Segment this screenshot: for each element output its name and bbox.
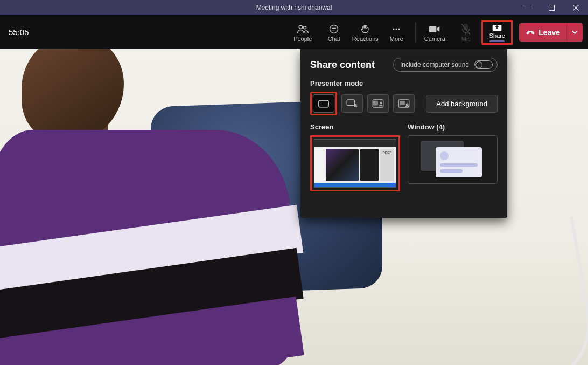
standout-icon	[346, 99, 358, 108]
svg-point-3	[304, 26, 306, 29]
presenter-mode-standout[interactable]	[341, 94, 363, 113]
minimize-button[interactable]	[515, 0, 540, 15]
reactions-button[interactable]: Reactions	[349, 18, 381, 47]
participant-video	[0, 49, 275, 365]
share-button[interactable]: Share	[483, 23, 511, 42]
share-active-indicator	[489, 40, 505, 42]
presenter-mode-label: Presenter mode	[310, 79, 498, 87]
share-content-panel: Share content Include computer sound Pre…	[300, 49, 507, 218]
chevron-down-icon	[572, 30, 578, 35]
maximize-icon	[549, 5, 555, 11]
share-screen-option[interactable]: PREP	[314, 139, 396, 188]
share-window-option[interactable]	[408, 135, 498, 184]
presenter-mode-reporter[interactable]	[393, 94, 415, 113]
chat-icon	[328, 23, 339, 36]
window-controls	[515, 0, 588, 15]
window-titlebar: Meeting with rishi dhariwal	[0, 0, 588, 15]
more-icon	[391, 23, 402, 36]
reporter-icon	[398, 99, 410, 108]
window-section-label: Window (4)	[408, 123, 498, 131]
svg-point-5	[393, 28, 395, 30]
mic-button[interactable]: Mic	[450, 18, 481, 47]
include-sound-toggle[interactable]: Include computer sound	[393, 58, 498, 72]
share-button-highlight: Share	[481, 20, 513, 45]
close-button[interactable]	[564, 0, 588, 15]
minimize-icon	[524, 5, 530, 11]
toolbar-divider	[415, 23, 416, 42]
svg-point-7	[398, 28, 400, 30]
leave-button[interactable]: Leave	[519, 23, 566, 42]
svg-rect-12	[347, 100, 354, 106]
presenter-mode-side-by-side[interactable]	[367, 94, 389, 113]
share-panel-title: Share content	[310, 59, 375, 71]
svg-point-16	[380, 102, 382, 104]
people-icon	[297, 23, 309, 36]
screen-thumb-highlight: PREP	[310, 135, 400, 191]
more-button[interactable]: More	[381, 18, 412, 47]
close-icon	[573, 5, 579, 11]
svg-point-6	[396, 28, 397, 30]
svg-rect-18	[400, 101, 405, 105]
toggle-switch-icon	[474, 60, 493, 69]
leave-group: Leave	[519, 23, 583, 42]
svg-rect-1	[549, 5, 555, 10]
screen-section-label: Screen	[310, 123, 400, 131]
camera-icon	[429, 23, 440, 36]
presenter-mode-1-highlight	[310, 92, 337, 115]
add-background-button[interactable]: Add background	[426, 95, 498, 113]
maximize-button[interactable]	[540, 0, 564, 15]
presenter-mode-row: Add background	[310, 92, 498, 115]
svg-rect-0	[524, 8, 530, 8]
svg-rect-14	[373, 101, 378, 106]
chat-button[interactable]: Chat	[318, 18, 349, 47]
svg-point-4	[330, 25, 338, 33]
presenter-mode-content-only[interactable]	[313, 94, 334, 113]
meeting-toolbar: 55:05 People Chat Reactions More Camera	[0, 15, 588, 49]
hangup-icon	[526, 29, 535, 36]
meeting-timer: 55:05	[9, 27, 29, 37]
share-icon	[492, 23, 502, 32]
side-by-side-icon	[372, 99, 384, 108]
people-button[interactable]: People	[287, 18, 318, 47]
mic-off-icon	[461, 23, 471, 36]
svg-rect-11	[319, 100, 328, 107]
window-illustration-icon	[421, 141, 485, 178]
svg-point-2	[299, 25, 302, 29]
reactions-icon	[360, 23, 370, 36]
camera-button[interactable]: Camera	[419, 18, 450, 47]
content-only-icon	[318, 100, 329, 108]
leave-caret-button[interactable]	[566, 23, 583, 42]
window-title: Meeting with rishi dhariwal	[256, 4, 332, 11]
svg-rect-8	[429, 26, 437, 32]
